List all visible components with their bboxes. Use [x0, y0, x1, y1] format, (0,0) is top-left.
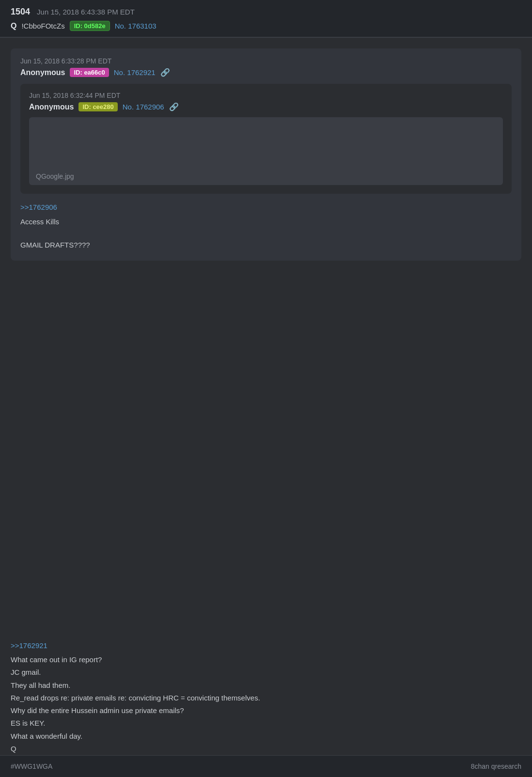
- post-number: 1504: [11, 7, 30, 17]
- outer-post: Jun 15, 2018 6:33:28 PM EDT Anonymous ID…: [11, 48, 521, 261]
- post-header: 1504 Jun 15, 2018 6:43:38 PM EDT Q !Cbbo…: [0, 0, 532, 38]
- reply-line8: Q: [11, 743, 521, 755]
- footer-site: 8chan qresearch: [471, 762, 521, 770]
- header-post-link[interactable]: No. 1763103: [115, 22, 156, 30]
- inner-post-timestamp: Jun 15, 2018 6:32:44 PM EDT: [29, 92, 503, 99]
- reply-line7: What a wonderful day.: [11, 730, 521, 743]
- outer-reply-quote[interactable]: >>1762906: [20, 202, 512, 213]
- header-timestamp: Jun 15, 2018 6:43:38 PM EDT: [37, 8, 135, 16]
- inner-post-author-line: Anonymous ID: cee280 No. 1762906 🔗: [29, 102, 503, 111]
- q-label: Q: [11, 22, 16, 31]
- outer-post-body: >>1762906 Access Kills GMAIL DRAFTS????: [20, 202, 512, 251]
- reply-line3: They all had them.: [11, 679, 521, 692]
- main-content: Jun 15, 2018 6:33:28 PM EDT Anonymous ID…: [0, 38, 532, 630]
- outer-post-link[interactable]: No. 1762921: [114, 68, 156, 77]
- reply-line1: What came out in IG report?: [11, 653, 521, 666]
- reply-line5: Why did the entire Hussein admin use pri…: [11, 704, 521, 717]
- header-top-row: 1504 Jun 15, 2018 6:43:38 PM EDT: [11, 7, 521, 17]
- inner-post-id-badge: ID: cee280: [78, 102, 117, 111]
- header-id-badge: ID: 0d582e: [70, 21, 110, 31]
- outer-post-author-line: Anonymous ID: ea66c0 No. 1762921 🔗: [20, 68, 512, 77]
- inner-post-header: Jun 15, 2018 6:32:44 PM EDT Anonymous ID…: [29, 92, 503, 111]
- inner-post: Jun 15, 2018 6:32:44 PM EDT Anonymous ID…: [20, 84, 512, 194]
- image-placeholder: QGoogle.jpg: [29, 117, 503, 185]
- header-bottom-row: Q !CbboFOtcZs ID: 0d582e No. 1763103: [11, 21, 521, 31]
- inner-post-link[interactable]: No. 1762906: [123, 103, 164, 111]
- outer-post-timestamp: Jun 15, 2018 6:33:28 PM EDT: [20, 57, 512, 65]
- outer-post-header: Jun 15, 2018 6:33:28 PM EDT Anonymous ID…: [20, 57, 512, 77]
- page-footer: #WWG1WGA 8chan qresearch: [0, 755, 532, 777]
- outer-reply-line2: GMAIL DRAFTS????: [20, 239, 512, 251]
- inner-post-author: Anonymous: [29, 103, 74, 111]
- reply-line4: Re_read drops re: private emails re: con…: [11, 692, 521, 704]
- image-filename: QGoogle.jpg: [36, 172, 74, 180]
- tripcode: !CbboFOtcZs: [21, 22, 64, 30]
- main-reply-quote[interactable]: >>1762921: [11, 641, 521, 650]
- footer-hashtag: #WWG1WGA: [11, 762, 52, 770]
- reply-line2: JC gmail.: [11, 666, 521, 679]
- reply-line6: ES is KEY.: [11, 717, 521, 730]
- main-reply-section: >>1762921 What came out in IG report? JC…: [0, 630, 532, 755]
- inner-post-link-icon: 🔗: [169, 102, 179, 111]
- outer-post-id-badge: ID: ea66c0: [70, 68, 109, 77]
- outer-post-author: Anonymous: [20, 68, 65, 77]
- outer-post-link-icon: 🔗: [160, 68, 170, 77]
- main-reply-body: What came out in IG report? JC gmail. Th…: [11, 653, 521, 755]
- outer-reply-line1: Access Kills: [20, 216, 512, 228]
